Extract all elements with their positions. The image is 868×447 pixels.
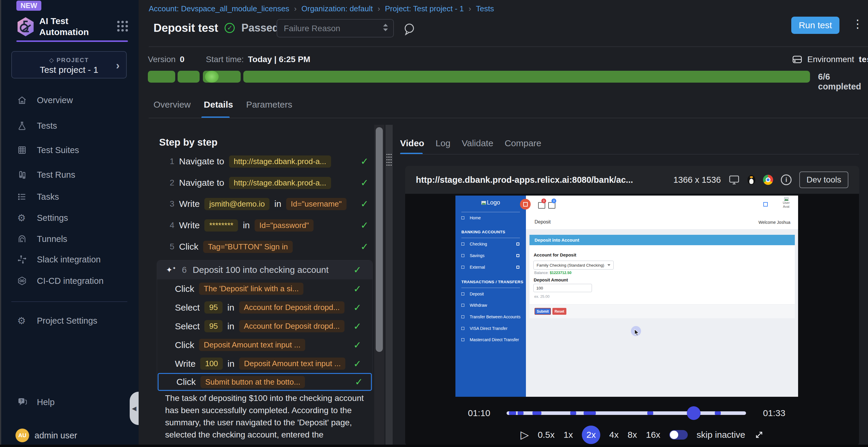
- chevron-sep-icon: ›: [464, 4, 476, 13]
- step-group-title: Deposit 100 into checking account: [193, 265, 329, 275]
- devtools-button[interactable]: Dev tools: [799, 171, 848, 188]
- speed-8x[interactable]: 8x: [628, 430, 637, 440]
- step-row-4[interactable]: 4 Write ******** in Id="password": [166, 218, 374, 232]
- speed-4x[interactable]: 4x: [609, 430, 619, 440]
- speed-1x[interactable]: 1x: [563, 430, 573, 440]
- player-controls: ▷ 0.5x 1x 2x 4x 8x 16x skip inactive: [521, 425, 764, 444]
- speed-16x[interactable]: 16x: [646, 430, 660, 440]
- sidebar-item-label: Help: [37, 398, 55, 407]
- sidebar-item-tests[interactable]: Tests: [0, 117, 138, 134]
- sidebar-item-tunnels[interactable]: Tunnels: [0, 230, 138, 248]
- failure-reason-input[interactable]: [283, 20, 374, 37]
- video-player-container: http://stage.dbank.prod-apps.relicx.ai:8…: [405, 166, 859, 445]
- in-label: in: [227, 359, 235, 369]
- step-value-chip: 95: [204, 320, 222, 332]
- step-group-header[interactable]: ✦✦ 6 Deposit 100 into checking account: [157, 260, 372, 279]
- sidebar-item-settings[interactable]: ⚙ Settings: [0, 209, 138, 227]
- sidebar-item-tasks[interactable]: Tasks: [0, 188, 138, 205]
- square-bullet-icon: [461, 315, 464, 318]
- tab-video[interactable]: Video: [400, 138, 424, 148]
- deposit-panel-header: Deposit into Account: [529, 235, 795, 245]
- step-panel-scrollbar-thumb[interactable]: [376, 127, 383, 352]
- bank-nav-visa-transfer[interactable]: VISA Direct Transfer: [456, 324, 526, 333]
- tab-parameters[interactable]: Parameters: [246, 100, 292, 110]
- pane-resize-divider[interactable]: [385, 125, 393, 445]
- tab-log[interactable]: Log: [435, 138, 451, 148]
- sidebar-item-help[interactable]: ? Help: [0, 393, 138, 411]
- bank-nav-deposit[interactable]: Deposit: [456, 289, 526, 299]
- speed-2x-active[interactable]: 2x: [582, 425, 600, 444]
- info-icon[interactable]: i: [781, 174, 792, 185]
- reset-button[interactable]: Reset: [552, 308, 566, 315]
- kebab-menu-icon[interactable]: ⋮: [852, 17, 863, 30]
- deposit-amount-input[interactable]: [533, 284, 592, 292]
- failure-reason-select[interactable]: [277, 19, 394, 37]
- skip-inactive-toggle[interactable]: [669, 430, 688, 440]
- sidebar-item-cicd-integration[interactable]: CI-CD integration: [0, 272, 138, 289]
- deposit-amount-label: Deposit Amount: [534, 277, 568, 282]
- tab-compare[interactable]: Compare: [504, 138, 541, 148]
- account-for-deposit-select[interactable]: Family Checking (Standard Checking): [533, 261, 614, 270]
- comment-icon[interactable]: [402, 22, 416, 36]
- breadcrumb-project[interactable]: Project: Test project - 1: [385, 4, 464, 13]
- pane-resize-handle-icon[interactable]: [386, 154, 392, 167]
- play-icon[interactable]: ▷: [521, 428, 529, 441]
- bank-nav-checking[interactable]: Checking: [456, 240, 526, 248]
- bank-nav-external[interactable]: External: [456, 263, 526, 272]
- substep-row-1[interactable]: Click The 'Deposit' link with a si...: [157, 279, 372, 298]
- tabs-divider: [149, 118, 868, 118]
- breadcrumb-organization[interactable]: Organization: default: [301, 4, 373, 13]
- total-time: 01:33: [763, 408, 785, 418]
- bank-nav-withdraw[interactable]: Withdraw: [456, 301, 526, 310]
- step-summary-text: The task of depositing $100 into the che…: [165, 392, 371, 441]
- sidebar-item-test-runs[interactable]: Test Runs: [0, 166, 138, 183]
- sparkle-icon: ✦✦: [166, 265, 176, 275]
- substep-row-3[interactable]: Select 95 in Account for Deposit dropd..…: [157, 317, 372, 336]
- project-selector[interactable]: ◇ PROJECT Test project - 1 ›: [11, 51, 127, 78]
- sidebar-item-project-settings[interactable]: ⚙ Project Settings: [0, 312, 138, 329]
- speed-0_5x[interactable]: 0.5x: [538, 430, 555, 440]
- step-action: Write: [179, 220, 199, 230]
- slack-icon: [17, 255, 32, 264]
- bank-nav-transfer[interactable]: Transfer Between Accounts: [456, 312, 526, 321]
- substep-row-5[interactable]: Write 100 in Deposit Amount text input .…: [157, 354, 372, 373]
- timeline-knob[interactable]: [687, 406, 701, 420]
- user-avatar-broken-image[interactable]: UserAvat: [779, 197, 794, 209]
- breadcrumb-account[interactable]: Account: Devspace_all_module_licenses: [149, 4, 289, 13]
- bank-nav-mastercard-transfer[interactable]: Mastercard Direct Transfer: [456, 335, 526, 344]
- video-frame: Logo Home BANKING ACCOUNTS Checking Savi…: [456, 196, 798, 397]
- sidebar-item-overview[interactable]: Overview: [0, 92, 138, 109]
- bank-nav-home[interactable]: Home: [456, 213, 526, 222]
- sidebar-item-test-suites[interactable]: Test Suites: [0, 141, 138, 159]
- tab-details[interactable]: Details: [204, 100, 233, 110]
- app-switcher-icon[interactable]: [116, 20, 129, 33]
- user-menu[interactable]: AU admin user: [0, 427, 138, 444]
- progress-caption: 6/6 completed: [818, 72, 868, 92]
- progress-marker: [205, 71, 219, 82]
- in-label: in: [274, 199, 281, 209]
- fullscreen-icon[interactable]: [754, 430, 764, 440]
- breadcrumb-tests[interactable]: Tests: [476, 4, 494, 13]
- passed-check-icon: ✓: [225, 23, 235, 33]
- sidebar-item-slack-integration[interactable]: Slack integration: [0, 251, 138, 268]
- tab-validate[interactable]: Validate: [462, 138, 493, 148]
- bank-section-title: BANKING ACCOUNTS: [461, 230, 505, 234]
- deposit-panel: Deposit into Account Account for Deposit…: [529, 235, 795, 318]
- step-row-3[interactable]: 3 Write jsmith@demo.io in Id="username": [166, 197, 374, 211]
- sidebar-collapse-handle[interactable]: ◀: [130, 392, 138, 425]
- substep-row-2[interactable]: Select 95 in Account for Deposit dropd..…: [157, 298, 372, 317]
- square-bullet-icon: [461, 338, 464, 341]
- submit-button[interactable]: Submit: [534, 308, 551, 315]
- tab-overview[interactable]: Overview: [154, 100, 191, 110]
- blue-square-icon[interactable]: [763, 202, 768, 207]
- substep-row-4[interactable]: Click Deposit Amount text input ...: [157, 336, 372, 354]
- substep-row-6-selected[interactable]: Click Submit button at the botto...: [158, 373, 372, 391]
- step-row-2[interactable]: 2 Navigate to http://stage.dbank.prod-a.…: [166, 176, 374, 190]
- timeline-activity-mark: [532, 411, 541, 415]
- step-row-1[interactable]: 1 Navigate to http://stage.dbank.prod-a.…: [166, 154, 374, 168]
- step-row-5[interactable]: 5 Click Tag="BUTTON" Sign in: [166, 240, 374, 253]
- version-value: 0: [180, 55, 184, 64]
- run-test-button[interactable]: Run test: [791, 16, 839, 34]
- timeline-track[interactable]: [506, 411, 746, 415]
- bank-nav-savings[interactable]: Savings: [456, 251, 526, 260]
